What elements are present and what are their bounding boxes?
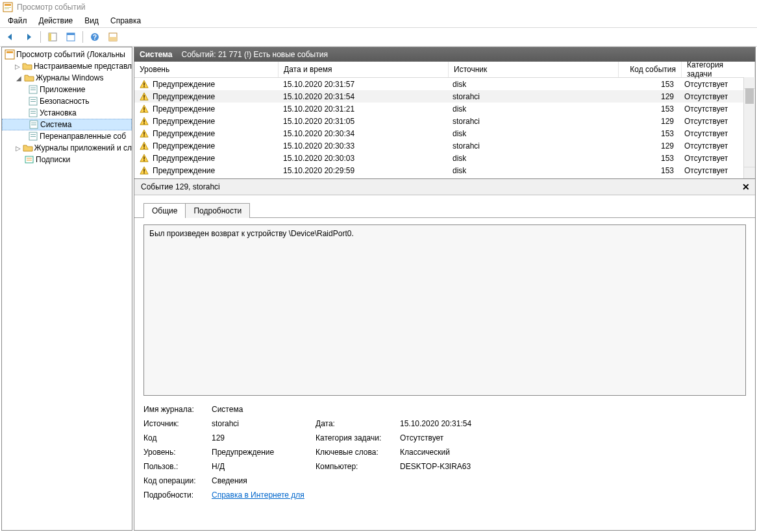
expand-icon[interactable]: ▷: [15, 144, 21, 152]
toolbar-separator: [40, 31, 41, 43]
lbl-opcode: Код операции:: [143, 476, 205, 485]
svg-rect-44: [143, 169, 145, 171]
svg-rect-31: [143, 86, 145, 87]
tree-windows-logs[interactable]: ◢ Журналы Windows: [2, 72, 132, 84]
svg-rect-3: [5, 8, 9, 9]
main-pane: Система Событий: 21 771 (!) Есть новые с…: [134, 47, 756, 531]
cell-code: 153: [617, 129, 679, 138]
svg-rect-29: [25, 156, 33, 163]
tree-setup[interactable]: Установка: [2, 107, 132, 119]
detail-header: Событие 129, storahci ✕: [134, 179, 755, 195]
table-row[interactable]: Предупреждение15.10.2020 20:31:57disk153…: [134, 78, 755, 90]
menu-action[interactable]: Действие: [34, 15, 79, 27]
tree-forwarded[interactable]: Перенаправленные соб: [2, 130, 132, 142]
event-message[interactable]: Был произведен возврат к устройству \Dev…: [143, 224, 746, 396]
val-category: Отсутствует: [400, 433, 746, 442]
collapse-icon[interactable]: ◢: [15, 74, 23, 82]
cell-level: Предупреждение: [153, 104, 215, 114]
val-computer: DESKTOP-K3IRA63: [400, 462, 746, 471]
toolbar-separator: [82, 31, 83, 43]
svg-rect-36: [143, 119, 145, 122]
col-category[interactable]: Категория задачи: [682, 62, 755, 77]
expand-icon[interactable]: ▷: [15, 62, 21, 70]
cell-date: 15.10.2020 20:29:59: [278, 166, 447, 175]
table-row[interactable]: Предупреждение15.10.2020 20:29:59disk153…: [134, 164, 755, 176]
cell-date: 15.10.2020 20:30:03: [278, 154, 447, 163]
titlebar: Просмотр событий: [0, 0, 757, 14]
lbl-user: Пользов.:: [143, 462, 205, 471]
detail-body: Был произведен возврат к устройству \Dev…: [134, 218, 755, 530]
val-opcode: Сведения: [212, 476, 309, 485]
tree-custom-views[interactable]: ▷ Настраиваемые представл: [2, 60, 132, 72]
tree-label: Система: [40, 120, 71, 129]
menu-view[interactable]: Вид: [79, 15, 104, 27]
help-link[interactable]: Справка в Интернете для: [212, 490, 309, 500]
col-level[interactable]: Уровень: [134, 62, 279, 77]
help-button[interactable]: ?: [87, 29, 103, 45]
val-code: 129: [212, 433, 309, 442]
table-row[interactable]: Предупреждение15.10.2020 20:31:21disk153…: [134, 103, 755, 115]
back-button[interactable]: [3, 29, 18, 45]
cell-source: disk: [447, 104, 617, 114]
table-row[interactable]: Предупреждение15.10.2020 20:30:34disk153…: [134, 127, 755, 139]
cell-date: 15.10.2020 20:31:57: [278, 80, 447, 89]
tree-system[interactable]: Система: [2, 119, 132, 130]
svg-rect-16: [31, 90, 36, 90]
svg-rect-45: [143, 172, 145, 173]
cell-source: disk: [447, 129, 617, 138]
col-code[interactable]: Код события: [619, 62, 682, 77]
col-date[interactable]: Дата и время: [279, 62, 449, 77]
scroll-thumb[interactable]: [745, 88, 754, 104]
tab-general[interactable]: Общие: [143, 203, 186, 218]
preview-button[interactable]: [105, 29, 121, 45]
table-row[interactable]: Предупреждение15.10.2020 20:31:54storahc…: [134, 90, 755, 103]
event-grid: Уровень Дата и время Источник Код событи…: [134, 62, 755, 179]
cell-level: Предупреждение: [153, 154, 215, 163]
tree-security[interactable]: Безопасность: [2, 95, 132, 107]
svg-rect-30: [143, 82, 145, 85]
col-source[interactable]: Источник: [449, 62, 619, 77]
svg-rect-11: [109, 37, 117, 41]
svg-rect-34: [143, 107, 145, 110]
tree-subscriptions[interactable]: Подписки: [2, 154, 132, 165]
toolbar: ?: [0, 27, 757, 47]
tree-root[interactable]: Просмотр событий (Локальны: [2, 49, 132, 60]
close-detail-button[interactable]: ✕: [741, 182, 751, 192]
folder-icon: [24, 73, 34, 83]
tab-details[interactable]: Подробности: [185, 203, 250, 218]
log-icon: [28, 108, 38, 118]
tree-application[interactable]: Приложение: [2, 84, 132, 95]
warning-icon: [140, 141, 149, 151]
svg-rect-42: [143, 156, 145, 159]
log-icon: [28, 131, 38, 141]
table-row[interactable]: Предупреждение15.10.2020 20:30:33storahc…: [134, 139, 755, 152]
properties-button[interactable]: [63, 29, 79, 45]
svg-rect-15: [31, 88, 36, 88]
svg-rect-2: [5, 7, 11, 8]
warning-icon: [140, 92, 149, 101]
tree-label: Приложение: [40, 85, 85, 94]
tree-label: Журналы приложений и сл: [34, 143, 132, 152]
cell-code: 129: [617, 141, 679, 151]
cell-level: Предупреждение: [153, 117, 215, 126]
vertical-scrollbar[interactable]: [743, 77, 755, 178]
pane-count: Событий: 21 771 (!) Есть новые события: [182, 50, 328, 59]
eventviewer-icon: [5, 49, 15, 60]
cell-source: storahci: [447, 92, 617, 101]
app-icon: [3, 2, 13, 12]
svg-rect-38: [143, 132, 145, 134]
menubar: Файл Действие Вид Справка: [0, 14, 757, 27]
svg-rect-28: [31, 136, 36, 137]
tree-label: Установка: [40, 108, 77, 117]
menu-file[interactable]: Файл: [3, 15, 32, 27]
show-tree-button[interactable]: [45, 29, 60, 45]
svg-rect-32: [143, 95, 145, 97]
forward-button[interactable]: [21, 29, 36, 45]
event-properties: Имя журнала: Система Источник: storahci …: [143, 405, 746, 500]
lbl-level: Уровень:: [143, 448, 205, 457]
table-row[interactable]: Предупреждение15.10.2020 20:30:03disk153…: [134, 152, 755, 164]
pane-title: Система: [140, 50, 173, 59]
tree-app-services[interactable]: ▷ Журналы приложений и сл: [2, 142, 132, 154]
table-row[interactable]: Предупреждение15.10.2020 20:31:05storahc…: [134, 115, 755, 127]
menu-help[interactable]: Справка: [105, 15, 146, 27]
